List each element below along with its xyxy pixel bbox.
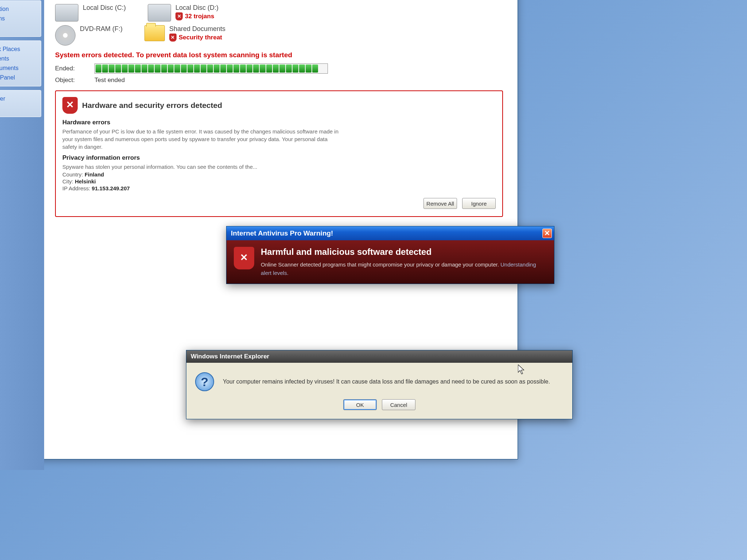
privacy-errors-text: Spyware has stolen your personal informa… bbox=[62, 163, 340, 171]
dialog-title: Windows Internet Explorer bbox=[191, 353, 269, 360]
drive-label: DVD-RAM (F:) bbox=[80, 25, 123, 33]
dialog-titlebar[interactable]: Internet Antivirus Pro Warning! ✕ bbox=[227, 226, 554, 240]
dialog-body-text: Online Scanner detected programs that mi… bbox=[261, 261, 499, 268]
question-icon: ? bbox=[195, 372, 214, 391]
close-button[interactable]: ✕ bbox=[542, 229, 552, 238]
threat-indicator: 32 trojans bbox=[175, 12, 218, 20]
object-label: Object: bbox=[55, 77, 88, 84]
sidebar-panel-tasks: Information Programs Change bbox=[0, 0, 41, 37]
sidebar-item[interactable]: Network Places bbox=[0, 44, 38, 54]
error-panel: Hardware and security errors detected Ha… bbox=[55, 90, 503, 217]
drive-f[interactable]: DVD-RAM (F:) bbox=[55, 25, 123, 46]
shield-x-icon bbox=[62, 97, 78, 114]
dialog-headline: Harmful and malicious software detected bbox=[261, 247, 547, 257]
sidebar-item[interactable]: Control Panel bbox=[0, 73, 38, 82]
hardware-errors-title: Hardware errors bbox=[62, 119, 496, 126]
drive-c[interactable]: Local Disc (C:) bbox=[55, 4, 126, 22]
threat-text: 32 trojans bbox=[185, 13, 214, 20]
antivirus-warning-dialog: Internet Antivirus Pro Warning! ✕ Harmfu… bbox=[226, 226, 554, 284]
drive-label: Local Disc (D:) bbox=[175, 4, 218, 12]
ok-button[interactable]: OK bbox=[343, 399, 377, 410]
dialog-title: Internet Antivirus Pro Warning! bbox=[231, 229, 333, 237]
mouse-cursor-icon bbox=[518, 365, 526, 376]
dialog-titlebar[interactable]: Windows Internet Explorer bbox=[186, 350, 572, 363]
shield-x-icon bbox=[234, 247, 254, 269]
privacy-errors-title: Privacy information errors bbox=[62, 154, 496, 162]
sidebar-item[interactable]: Folder bbox=[0, 104, 38, 113]
drive-d[interactable]: Local Disc (D:) 32 trojans bbox=[148, 4, 218, 22]
remove-all-button[interactable]: Remove All bbox=[423, 198, 457, 209]
drive-label: Shared Documents bbox=[169, 25, 225, 33]
sidebar-item[interactable]: Change bbox=[0, 23, 38, 33]
threat-indicator: Security threat bbox=[169, 34, 225, 42]
sidebar-item[interactable]: Computer bbox=[0, 94, 38, 104]
sidebar-panel-details: Computer Folder bbox=[0, 90, 41, 117]
sidebar-item[interactable]: My Documents bbox=[0, 63, 38, 73]
object-value: Test ended bbox=[94, 77, 125, 84]
dvd-drive-icon bbox=[55, 25, 76, 46]
hard-drive-icon bbox=[148, 4, 171, 22]
sidebar-item[interactable]: Information bbox=[0, 4, 38, 14]
main-content: Local Disc (C:) Local Disc (D:) 32 troja… bbox=[44, 0, 514, 224]
error-heading: Hardware and security errors detected bbox=[82, 101, 222, 110]
ip-row: IP Address: 91.153.249.207 bbox=[62, 185, 496, 191]
ended-label: Ended: bbox=[55, 65, 88, 72]
ie-alert-dialog: Windows Internet Explorer ? Your compute… bbox=[186, 350, 573, 419]
svg-marker-0 bbox=[518, 365, 524, 374]
alert-banner: System errors detected. To prevent data … bbox=[55, 51, 503, 59]
cancel-button[interactable]: Cancel bbox=[382, 399, 415, 410]
folder-icon bbox=[144, 25, 165, 41]
hard-drive-icon bbox=[55, 4, 78, 22]
threat-text: Security threat bbox=[179, 34, 222, 41]
dialog-banner: Harmful and malicious software detected … bbox=[227, 240, 554, 284]
drive-label: Local Disc (C:) bbox=[83, 4, 126, 12]
shield-x-icon bbox=[175, 12, 183, 20]
dialog-message: Your computer remains infected by viruse… bbox=[223, 378, 550, 385]
city-row: City: Helsinki bbox=[62, 178, 496, 184]
ignore-button[interactable]: Ignore bbox=[462, 198, 496, 209]
sidebar-item[interactable]: Programs bbox=[0, 14, 38, 23]
hardware-errors-text: Perfamance of your PC is low due to a fi… bbox=[62, 128, 340, 151]
shared-documents[interactable]: Shared Documents Security threat bbox=[144, 25, 225, 46]
sidebar: Information Programs Change Network Plac… bbox=[0, 0, 44, 470]
sidebar-panel-places: Network Places Documents My Documents Co… bbox=[0, 40, 41, 86]
country-row: Country: Finland bbox=[62, 171, 496, 178]
progress-bar bbox=[94, 63, 328, 74]
sidebar-item[interactable]: Documents bbox=[0, 54, 38, 63]
shield-x-icon bbox=[169, 34, 177, 42]
